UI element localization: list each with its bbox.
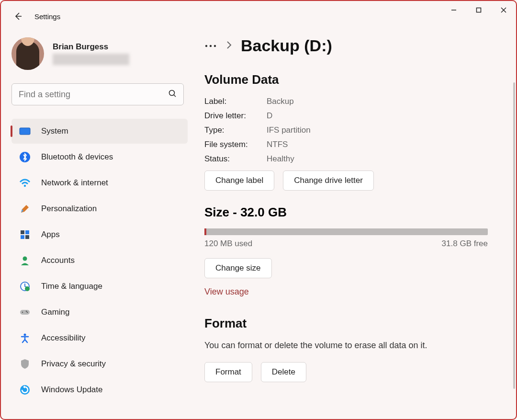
svg-line-6: [174, 95, 176, 97]
drive-letter-row: Drive letter: D: [204, 111, 497, 121]
svg-point-25: [210, 45, 212, 47]
chevron-right-icon: [225, 40, 232, 52]
page-title: Backup (D:): [241, 36, 332, 55]
search-input[interactable]: [19, 90, 168, 100]
nav-label: Privacy & security: [41, 359, 106, 369]
nav-time-language[interactable]: Time & language: [11, 274, 188, 299]
breadcrumb-more-button[interactable]: [204, 42, 217, 49]
status-key: Status:: [204, 154, 267, 164]
nav-gaming[interactable]: Gaming: [11, 300, 188, 325]
change-size-button[interactable]: Change size: [204, 258, 272, 278]
svg-point-5: [169, 91, 175, 96]
person-icon: [19, 255, 31, 266]
free-label: 31.8 GB free: [442, 239, 488, 249]
back-button[interactable]: [11, 10, 25, 23]
nav-label: Gaming: [41, 307, 70, 317]
letter-key: Drive letter:: [204, 111, 267, 121]
nav-accessibility[interactable]: Accessibility: [11, 326, 188, 351]
svg-point-15: [23, 257, 27, 261]
svg-rect-18: [20, 310, 30, 315]
status-value: Healthy: [267, 154, 294, 164]
volume-data-heading: Volume Data: [204, 72, 497, 87]
status-row: Status: Healthy: [204, 154, 497, 164]
svg-point-26: [214, 45, 216, 47]
label-value: Backup: [267, 97, 294, 106]
format-heading: Format: [204, 316, 497, 331]
svg-point-22: [24, 334, 26, 336]
svg-point-17: [25, 286, 30, 291]
app-title: Settings: [34, 12, 60, 21]
nav-windows-update[interactable]: Windows Update: [11, 377, 188, 402]
search-box[interactable]: [11, 83, 184, 105]
nav-label: System: [41, 126, 68, 136]
nav-system[interactable]: System: [11, 119, 188, 144]
nav-network[interactable]: Network & internet: [11, 170, 188, 195]
sidebar: Brian Burgess System Bluetooth & devices…: [1, 28, 190, 420]
fs-key: File system:: [204, 140, 267, 149]
svg-rect-7: [20, 128, 30, 135]
minimize-button[interactable]: [441, 1, 466, 19]
update-icon: [19, 384, 31, 396]
usage-bar: [204, 228, 488, 235]
nav-label: Accounts: [41, 256, 75, 265]
nav-bluetooth[interactable]: Bluetooth & devices: [11, 145, 188, 170]
wifi-icon: [19, 177, 31, 189]
delete-button[interactable]: Delete: [261, 362, 306, 382]
svg-rect-11: [21, 230, 24, 234]
nav-list: System Bluetooth & devices Network & int…: [11, 119, 190, 402]
label-key: Label:: [204, 97, 267, 106]
svg-rect-13: [21, 235, 24, 239]
nav-apps[interactable]: Apps: [11, 222, 188, 247]
used-label: 120 MB used: [204, 239, 252, 249]
type-row: Type: IFS partition: [204, 125, 497, 135]
nav-label: Accessibility: [41, 333, 86, 343]
accessibility-icon: [19, 332, 31, 344]
fs-value: NTFS: [267, 140, 288, 149]
breadcrumb: Backup (D:): [204, 36, 497, 55]
format-button[interactable]: Format: [204, 362, 252, 382]
main-content: Backup (D:) Volume Data Label: Backup Dr…: [190, 28, 516, 420]
usage-labels: 120 MB used 31.8 GB free: [204, 239, 488, 249]
svg-rect-1: [477, 8, 481, 12]
header: Settings: [1, 1, 516, 28]
shield-icon: [19, 358, 31, 370]
gamepad-icon: [19, 306, 31, 318]
nav-label: Apps: [41, 230, 60, 239]
nav-label: Network & internet: [41, 178, 108, 188]
nav-privacy-security[interactable]: Privacy & security: [11, 352, 188, 376]
view-usage-link[interactable]: View usage: [204, 287, 249, 297]
change-drive-letter-button[interactable]: Change drive letter: [283, 170, 374, 191]
svg-point-10: [24, 185, 26, 187]
format-description: You can format or delete the volume to e…: [204, 341, 497, 351]
user-account-block[interactable]: Brian Burgess: [11, 37, 190, 70]
nav-label: Time & language: [41, 282, 102, 291]
window-controls: [441, 1, 516, 19]
paint-icon: [19, 203, 31, 215]
type-key: Type:: [204, 125, 267, 135]
svg-point-24: [205, 45, 207, 47]
user-name: Brian Burgess: [53, 42, 129, 52]
system-icon: [19, 125, 31, 137]
size-heading: Size - 32.0 GB: [204, 205, 497, 220]
apps-icon: [19, 229, 31, 240]
svg-rect-12: [25, 230, 29, 234]
usage-bar-used: [204, 228, 206, 235]
nav-personalization[interactable]: Personalization: [11, 196, 188, 221]
nav-label: Personalization: [41, 204, 97, 214]
change-label-button[interactable]: Change label: [204, 170, 274, 191]
scrollbar[interactable]: [513, 82, 515, 389]
svg-point-20: [27, 312, 28, 313]
search-icon: [168, 89, 177, 100]
svg-point-19: [22, 312, 23, 313]
clock-globe-icon: [19, 281, 31, 292]
nav-label: Windows Update: [41, 385, 103, 395]
nav-accounts[interactable]: Accounts: [11, 248, 188, 273]
bluetooth-icon: [19, 151, 31, 163]
type-value: IFS partition: [267, 125, 311, 135]
svg-rect-14: [25, 235, 29, 239]
fs-row: File system: NTFS: [204, 140, 497, 149]
letter-value: D: [267, 111, 272, 121]
ellipsis-icon: [204, 42, 217, 49]
maximize-button[interactable]: [466, 1, 491, 19]
close-button[interactable]: [491, 1, 516, 19]
